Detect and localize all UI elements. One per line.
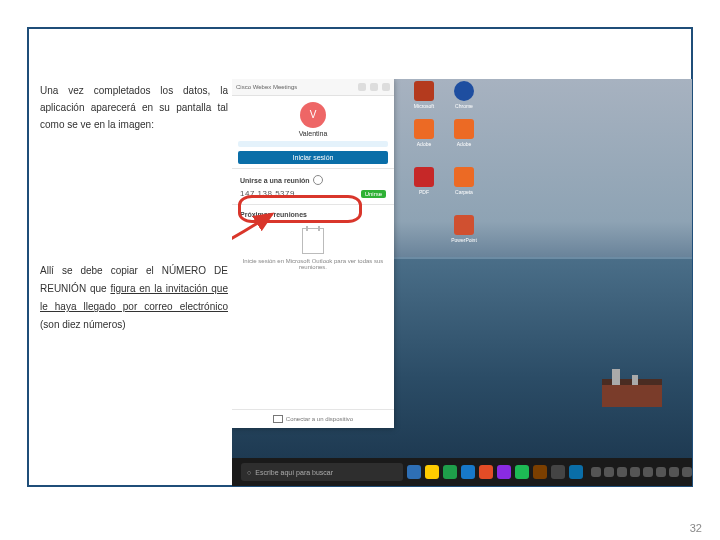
search-icon: ○ — [247, 469, 251, 476]
taskbar-app-icon[interactable] — [497, 465, 511, 479]
desktop-icon[interactable]: PDF — [410, 167, 438, 195]
webex-panel: Cisco Webex Meetings V Valentina Iniciar… — [232, 79, 394, 428]
text: (son diez números) — [40, 319, 126, 330]
taskbar-app-icon[interactable] — [443, 465, 457, 479]
avatar: V — [300, 102, 326, 128]
annotation-arrow — [232, 209, 287, 269]
taskbar-apps — [407, 465, 583, 479]
divider — [232, 168, 394, 169]
tray-icon[interactable] — [591, 467, 601, 477]
instruction-paragraph-2: Allí se debe copiar el NÚMERO DE REUNIÓN… — [40, 262, 228, 334]
settings-icon[interactable] — [358, 83, 366, 91]
start-button[interactable] — [236, 464, 237, 480]
desktop-icon[interactable]: Adobe — [450, 119, 478, 147]
slide: Una vez completados los datos, la aplica… — [0, 0, 720, 540]
taskbar-app-icon[interactable] — [461, 465, 475, 479]
taskbar-app-icon[interactable] — [407, 465, 421, 479]
page-number: 32 — [690, 522, 702, 534]
taskbar-search[interactable]: ○ Escribe aquí para buscar — [241, 463, 403, 481]
desktop-icon[interactable]: Adobe — [410, 119, 438, 147]
label: Unirse a una reunión — [240, 177, 310, 184]
taskbar-app-icon[interactable] — [569, 465, 583, 479]
desktop-icon[interactable]: PowerPoint — [450, 215, 478, 243]
taskbar-app-icon[interactable] — [515, 465, 529, 479]
taskbar-app-icon[interactable] — [425, 465, 439, 479]
system-tray[interactable] — [591, 467, 692, 477]
taskbar-app-icon[interactable] — [533, 465, 547, 479]
info-icon[interactable] — [313, 175, 323, 185]
desktop-icon[interactable]: Chrome — [450, 81, 478, 109]
tray-icon[interactable] — [643, 467, 653, 477]
taskbar-app-icon[interactable] — [551, 465, 565, 479]
join-button[interactable]: Unirse — [361, 190, 386, 198]
close-icon[interactable] — [382, 83, 390, 91]
wallpaper-ship — [602, 379, 662, 407]
login-button[interactable]: Iniciar sesión — [238, 151, 388, 164]
desktop-icon[interactable]: Microsoft — [410, 81, 438, 109]
window-titlebar: Cisco Webex Meetings — [232, 79, 394, 96]
tray-icon[interactable] — [682, 467, 692, 477]
tray-icon[interactable] — [617, 467, 627, 477]
window-title: Cisco Webex Meetings — [236, 84, 354, 90]
taskbar-app-icon[interactable] — [479, 465, 493, 479]
tray-icon[interactable] — [630, 467, 640, 477]
desktop-icon[interactable]: Carpeta — [450, 167, 478, 195]
text: Una vez completados los datos, la aplica… — [40, 82, 228, 133]
label: Conectar a un dispositivo — [286, 416, 353, 422]
instruction-paragraph-1: Una vez completados los datos, la aplica… — [40, 82, 228, 137]
tray-icon[interactable] — [604, 467, 614, 477]
search-placeholder: Escribe aquí para buscar — [255, 469, 333, 476]
email-field[interactable] — [238, 141, 388, 147]
taskbar: ○ Escribe aquí para buscar — [232, 458, 692, 486]
minimize-icon[interactable] — [370, 83, 378, 91]
tray-icon[interactable] — [669, 467, 679, 477]
device-icon — [273, 415, 283, 423]
embedded-screenshot: Microsoft Chrome Adobe Adobe PDF Carpeta… — [232, 79, 692, 486]
join-meeting-header: Unirse a una reunión — [232, 173, 394, 187]
tray-icon[interactable] — [656, 467, 666, 477]
user-name: Valentina — [232, 130, 394, 137]
panel-footer[interactable]: Conectar a un dispositivo — [232, 409, 394, 428]
calendar-icon — [302, 228, 324, 254]
